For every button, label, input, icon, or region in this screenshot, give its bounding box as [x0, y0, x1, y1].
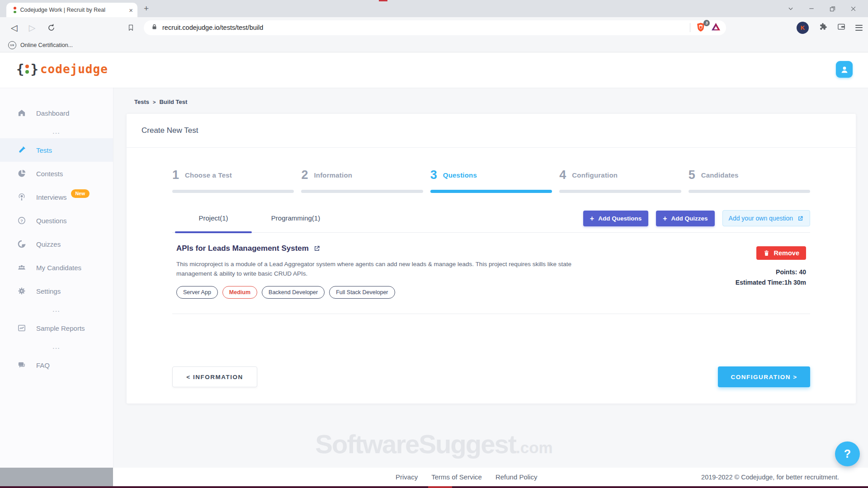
podcast-icon [17, 192, 27, 202]
lock-icon [151, 23, 158, 32]
watermark-suffix: .com [516, 439, 553, 456]
add-own-question-label: Add your own question [729, 215, 793, 222]
breadcrumb: Tests > Build Test [134, 99, 187, 105]
step-progress-bar [172, 190, 294, 193]
step-number: 4 [559, 168, 566, 182]
question-circle-icon: ? [17, 216, 27, 225]
tag-server-app: Server App [176, 286, 218, 299]
tab-label: Programming(1) [271, 214, 320, 222]
browser-active-tab[interactable]: Codejudge Work | Recruit by Real × [6, 3, 137, 17]
bookmark-item[interactable]: Online Certification... [20, 42, 73, 48]
question-title[interactable]: APIs for Leads Management System [176, 244, 588, 253]
sidebar-label: Interviews [36, 193, 67, 201]
bookmark-flag-icon[interactable] [123, 17, 138, 38]
step-information[interactable]: 2Information [301, 166, 423, 193]
sidebar-label: Sample Reports [36, 324, 85, 332]
add-questions-button[interactable]: + Add Questions [583, 211, 648, 226]
step-progress-bar [301, 190, 423, 193]
question-tags: Server App Medium Backend Developer Full… [176, 286, 588, 299]
next-label: CONFIGURATION [731, 374, 791, 380]
tab-label: Project(1) [198, 214, 228, 222]
tab-programming[interactable]: Programming(1) [255, 214, 337, 232]
step-label: Configuration [572, 171, 618, 179]
sidebar-item-my-candidates[interactable]: My Candidates [0, 256, 113, 279]
pie-chart-icon [17, 169, 27, 178]
external-link-icon [797, 215, 804, 222]
new-tab-button[interactable]: + [144, 4, 149, 14]
softwaresuggest-watermark: SoftwareSuggest.com [0, 429, 868, 459]
sidebar-label: Settings [36, 287, 61, 295]
step-choose-a-test[interactable]: 1Choose a Test [172, 166, 294, 193]
configuration-next-button[interactable]: CONFIGURATION > [718, 366, 810, 387]
window-restore-button[interactable] [822, 0, 843, 17]
bat-rewards-icon[interactable] [711, 23, 721, 33]
sidebar-item-questions[interactable]: ? Questions [0, 209, 113, 232]
footer-link-privacy[interactable]: Privacy [396, 473, 418, 481]
chevron-left: < [186, 374, 190, 380]
url-bar[interactable]: recruit.codejudge.io/tests/test/build 3 [144, 20, 726, 35]
tab-project[interactable]: Project(1) [172, 214, 255, 232]
stepper: 1Choose a Test 2Information 3Questions 4… [172, 166, 810, 193]
external-link-icon[interactable] [313, 245, 321, 252]
tab-close-icon[interactable]: × [129, 7, 133, 14]
person-icon [840, 65, 849, 75]
page-title: Create New Test [142, 126, 198, 135]
footer-links: Privacy Terms of Service Refund Policy [396, 468, 537, 486]
back-label: INFORMATION [193, 374, 243, 380]
step-questions[interactable]: 3Questions [430, 166, 552, 193]
sidebar-item-quizzes[interactable]: Quizzes [0, 232, 113, 256]
sidebar-item-dashboard[interactable]: Dashboard [0, 101, 113, 125]
sidebar-item-interviews[interactable]: Interviews New [0, 185, 113, 209]
sidebar-item-settings[interactable]: Settings [0, 279, 113, 303]
sidebar-item-contests[interactable]: Contests [0, 162, 113, 185]
add-questions-label: Add Questions [598, 215, 642, 222]
window-close-button[interactable] [843, 0, 863, 17]
breadcrumb-tests[interactable]: Tests [134, 99, 149, 105]
wizard-nav-row: < INFORMATION CONFIGURATION > [172, 366, 810, 387]
wallet-icon[interactable] [837, 22, 846, 33]
trash-icon [763, 249, 770, 257]
step-candidates[interactable]: 5Candidates [689, 166, 810, 193]
sidebar-ellipsis: ... [0, 303, 113, 316]
sidebar-item-faq[interactable]: FAQ [0, 353, 113, 377]
breadcrumb-build-test[interactable]: Build Test [159, 99, 187, 105]
brave-shield-icon[interactable]: 3 [696, 22, 707, 33]
browser-tab-strip: Codejudge Work | Recruit by Real × + [0, 0, 868, 17]
add-own-question-button[interactable]: Add your own question [722, 210, 810, 226]
shield-badge-count: 3 [703, 20, 710, 26]
window-minimize-button[interactable] [801, 0, 822, 17]
logo-wordmark: codejudge [40, 62, 108, 76]
footer-copyright: 2019-2022 © Codejudge, for better recrui… [701, 468, 839, 486]
browser-menu-icon[interactable] [855, 25, 863, 31]
bookmark-favicon: UX [8, 41, 16, 49]
question-estimated-time: Estimated Time:1h 30m [736, 279, 806, 286]
step-label: Questions [443, 171, 477, 179]
step-number: 5 [689, 168, 695, 182]
urlbar-divider [690, 23, 690, 32]
home-icon [17, 108, 27, 117]
remove-question-button[interactable]: Remove [756, 246, 806, 260]
step-configuration[interactable]: 4Configuration [559, 166, 681, 193]
sidebar-label: Questions [36, 217, 67, 225]
reload-button[interactable] [43, 17, 59, 38]
tab-search-chevron-icon[interactable] [780, 0, 801, 17]
back-button[interactable]: ◁ [6, 17, 22, 38]
information-back-button[interactable]: < INFORMATION [172, 366, 257, 387]
sidebar-item-sample-reports[interactable]: Sample Reports [0, 316, 113, 340]
footer-link-refund[interactable]: Refund Policy [495, 473, 538, 481]
chat-icon [17, 361, 27, 370]
footer-link-terms[interactable]: Terms of Service [431, 473, 482, 481]
add-quizzes-button[interactable]: + Add Quizzes [656, 211, 714, 226]
question-description: This microproject is a module of a Lead … [176, 260, 588, 278]
sidebar-item-tests[interactable]: Tests [0, 138, 113, 162]
step-progress-bar-active [430, 190, 552, 193]
question-tabs-row: Project(1) Programming(1) + Add Question… [172, 205, 810, 233]
plus-icon: + [590, 216, 594, 221]
browser-profile-avatar[interactable]: K [797, 22, 809, 34]
people-icon [17, 263, 27, 272]
forward-button[interactable]: ▷ [24, 17, 40, 38]
help-button[interactable]: ? [835, 441, 860, 466]
codejudge-logo[interactable]: { } codejudge [16, 61, 108, 77]
user-profile-button[interactable] [836, 61, 853, 78]
extensions-puzzle-icon[interactable] [818, 22, 827, 33]
